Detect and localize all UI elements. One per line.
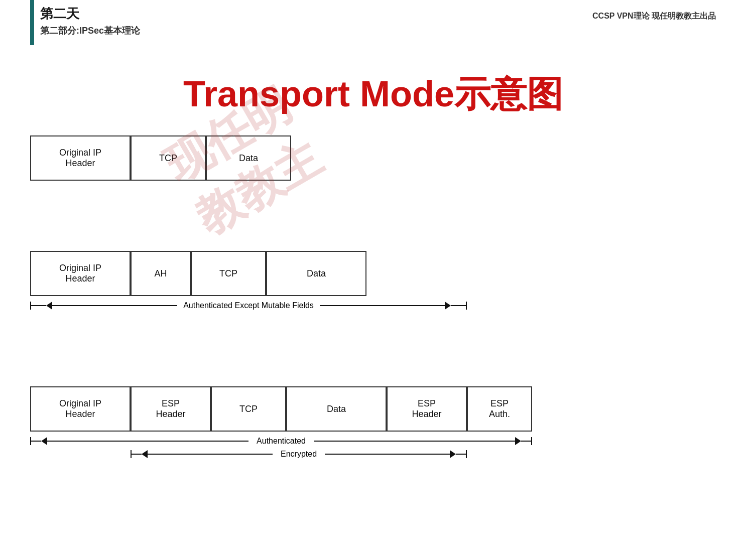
box-orig-ip-3-label: Original IPHeader <box>59 398 101 419</box>
row2-ah-mode: Original IPHeader AH TCP Data Authentica… <box>30 251 467 310</box>
arrow-right-3b <box>450 450 456 458</box>
box-data-1: Data <box>206 135 291 181</box>
day-title: 第二天 <box>40 5 140 23</box>
enc-label-3: Encrypted <box>273 450 325 459</box>
packet-row1: Original IPHeader TCP Data <box>30 135 291 181</box>
auth-arrow-row2: Authenticated Except Mutable Fields <box>30 301 467 310</box>
packet-row2: Original IPHeader AH TCP Data <box>30 251 467 296</box>
box-orig-ip-1: Original IPHeader <box>30 135 131 181</box>
box-tcp-3-label: TCP <box>239 404 258 414</box>
arrow-right-3a <box>515 437 521 445</box>
line-right-2 <box>451 305 466 306</box>
box-data-3: Data <box>286 386 387 432</box>
section-title: 第二部分:IPSec基本理论 <box>40 25 140 37</box>
header-right-text: CCSP VPN理论 现任明教教主出品 <box>592 11 716 22</box>
auth-arrow-row3: Authenticated <box>30 437 532 446</box>
header-title-block: 第二天 第二部分:IPSec基本理论 <box>40 5 140 37</box>
arrow-left-2 <box>46 302 52 310</box>
line-left-2 <box>31 305 46 306</box>
box-ah-2-label: AH <box>154 268 167 279</box>
box-orig-ip-2: Original IPHeader <box>30 251 131 296</box>
box-orig-ip-3: Original IPHeader <box>30 386 131 432</box>
box-data-1-label: Data <box>239 153 258 164</box>
header-accent-bar <box>30 0 34 45</box>
auth-label-3: Authenticated <box>248 437 314 446</box>
box-tcp-1: TCP <box>131 135 206 181</box>
arrow-right-2 <box>445 302 451 310</box>
tick-right-3a <box>531 437 532 445</box>
box-ah-2: AH <box>131 251 191 296</box>
box-esp-header-3-label: ESPHeader <box>156 398 185 419</box>
box-esp-trailer-3-label: ESPHeader <box>412 398 441 419</box>
box-orig-ip-1-label: Original IPHeader <box>59 148 101 169</box>
tick-right-2 <box>466 302 467 310</box>
main-title: Transport Mode示意图 <box>0 70 746 118</box>
enc-arrow-row3: Encrypted <box>30 450 532 459</box>
arrow-left-3b <box>142 450 148 458</box>
box-data-2: Data <box>266 251 366 296</box>
tick-right-3b <box>466 450 467 458</box>
box-esp-auth-3-label: ESPAuth. <box>489 398 510 419</box>
box-data-2-label: Data <box>307 268 326 279</box>
box-esp-auth-3: ESPAuth. <box>467 386 532 432</box>
arrow-left-3a <box>41 437 47 445</box>
packet-row3: Original IPHeader ESPHeader TCP Data ESP… <box>30 386 532 432</box>
header: 第二天 第二部分:IPSec基本理论 CCSP VPN理论 现任明教教主出品 <box>0 0 746 65</box>
box-tcp-1-label: TCP <box>159 153 177 164</box>
box-data-3-label: Data <box>327 404 346 414</box>
box-tcp-2-label: TCP <box>219 268 237 279</box>
box-esp-trailer-3: ESPHeader <box>387 386 467 432</box>
box-tcp-2: TCP <box>191 251 266 296</box>
auth-label-2: Authenticated Except Mutable Fields <box>177 301 320 310</box>
box-orig-ip-2-label: Original IPHeader <box>59 263 101 284</box>
box-tcp-3: TCP <box>211 386 286 432</box>
line-mid2-2 <box>320 305 445 306</box>
line-mid-2 <box>52 305 177 306</box>
row1-original-packet: Original IPHeader TCP Data <box>30 135 291 181</box>
box-esp-header-3: ESPHeader <box>131 386 211 432</box>
row3-esp-mode: Original IPHeader ESPHeader TCP Data ESP… <box>30 386 532 459</box>
